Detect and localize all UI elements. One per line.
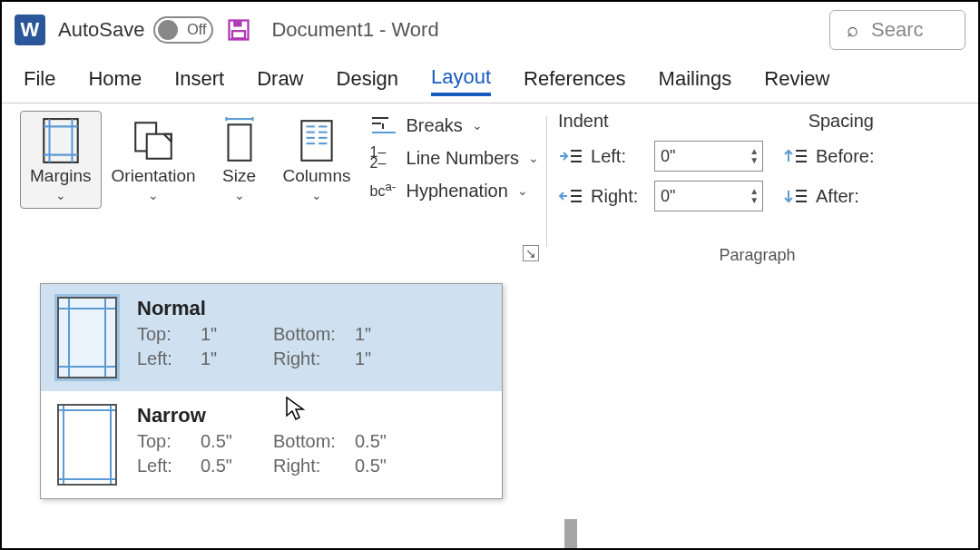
indent-left-label: Left: xyxy=(591,146,645,167)
ribbon-tabs: FileHomeInsertDrawDesignLayoutReferences… xyxy=(2,58,978,103)
toggle-state-text: Off xyxy=(187,22,206,38)
search-box[interactable]: ⌕ Searc xyxy=(829,10,965,50)
top-value: 0.5" xyxy=(201,431,273,452)
auto-save-label: AutoSave xyxy=(58,18,144,42)
spacing-after-label: After: xyxy=(816,186,859,207)
spinner-arrows[interactable]: ▲▼ xyxy=(750,187,759,205)
spacing-before-icon xyxy=(783,147,807,165)
chevron-down-icon: ⌄ xyxy=(311,188,322,202)
bottom-value: 0.5" xyxy=(355,431,409,452)
word-app-icon: W xyxy=(15,15,45,45)
top-label: Top: xyxy=(137,324,201,345)
auto-save-control[interactable]: AutoSave Off xyxy=(58,16,213,44)
top-label: Top: xyxy=(137,431,201,452)
margin-preset-icon xyxy=(57,404,117,486)
left-value: 1" xyxy=(201,349,273,369)
indent-heading: Indent xyxy=(558,111,609,132)
bottom-label: Bottom: xyxy=(273,324,355,345)
columns-button[interactable]: Columns ⌄ xyxy=(273,111,361,209)
breaks-icon xyxy=(370,114,397,136)
chevron-down-icon: ⌄ xyxy=(148,188,159,202)
spacing-before-label: Before: xyxy=(816,146,874,167)
chevron-down-icon: ⌄ xyxy=(472,118,483,133)
indent-right-label: Right: xyxy=(591,186,645,207)
document-page-edge xyxy=(564,519,577,550)
title-bar: W AutoSave Off Document1 - Word ⌕ Searc xyxy=(2,2,978,58)
tab-review[interactable]: Review xyxy=(764,67,829,94)
spacing-heading: Spacing xyxy=(808,111,874,132)
orientation-label: Orientation xyxy=(112,166,196,186)
margin-preset-narrow[interactable]: NarrowTop:0.5"Bottom:0.5"Left:0.5"Right:… xyxy=(41,391,502,498)
right-label: Right: xyxy=(273,456,355,476)
indent-right-value: 0" xyxy=(661,187,675,206)
orientation-button[interactable]: Orientation ⌄ xyxy=(102,111,206,209)
search-placeholder: Searc xyxy=(871,18,923,42)
chevron-down-icon: ⌄ xyxy=(517,183,528,198)
left-label: Left: xyxy=(137,349,201,369)
svg-rect-10 xyxy=(228,124,250,161)
hyphenation-label: Hyphenation xyxy=(407,181,508,201)
right-value: 0.5" xyxy=(355,456,409,476)
margins-icon xyxy=(37,117,84,164)
chevron-down-icon: ⌄ xyxy=(55,188,66,202)
indent-right-icon xyxy=(558,187,582,205)
line-numbers-label: Line Numbers xyxy=(407,148,520,169)
preset-name: Normal xyxy=(137,297,485,320)
hyphenation-button[interactable]: bca- Hyphenation ⌄ xyxy=(370,180,540,201)
page-setup-launcher[interactable]: ↘ xyxy=(523,245,539,261)
page-setup-group: Margins ⌄ Orientation ⌄ Size ⌄ Columns ⌄… xyxy=(13,111,546,267)
margin-preset-text: NormalTop:1"Bottom:1"Left:1"Right:1" xyxy=(137,297,485,378)
bottom-label: Bottom: xyxy=(273,431,355,452)
page-setup-stack: Breaks ⌄ 1–2– Line Numbers ⌄ bca- Hyphen… xyxy=(370,111,540,201)
tab-file[interactable]: File xyxy=(24,67,55,94)
left-label: Left: xyxy=(137,456,201,476)
margins-dropdown: NormalTop:1"Bottom:1"Left:1"Right:1"Narr… xyxy=(40,283,503,499)
tab-mailings[interactable]: Mailings xyxy=(659,67,732,94)
line-numbers-button[interactable]: 1–2– Line Numbers ⌄ xyxy=(370,147,540,169)
paragraph-caption: Paragraph xyxy=(719,246,795,265)
chevron-down-icon: ⌄ xyxy=(234,188,245,202)
spacing-after-icon xyxy=(783,187,807,205)
chevron-down-icon: ⌄ xyxy=(528,151,539,165)
breaks-button[interactable]: Breaks ⌄ xyxy=(370,114,540,136)
columns-label: Columns xyxy=(283,166,351,186)
paragraph-group: Indent Spacing Left: 0" ▲▼ Before: Right… xyxy=(547,111,967,267)
tab-home[interactable]: Home xyxy=(88,67,142,94)
document-title: Document1 - Word xyxy=(271,18,438,42)
save-icon[interactable] xyxy=(226,17,251,43)
size-label: Size xyxy=(222,166,256,186)
tab-layout[interactable]: Layout xyxy=(431,65,491,96)
left-value: 0.5" xyxy=(201,456,273,476)
margin-preset-text: NarrowTop:0.5"Bottom:0.5"Left:0.5"Right:… xyxy=(137,404,485,486)
indent-left-icon xyxy=(558,147,582,165)
tab-draw[interactable]: Draw xyxy=(257,67,303,94)
indent-left-value: 0" xyxy=(661,147,675,166)
indent-left-input[interactable]: 0" ▲▼ xyxy=(654,141,763,172)
preset-name: Narrow xyxy=(137,404,485,427)
margins-label: Margins xyxy=(30,166,92,186)
columns-icon xyxy=(293,117,340,164)
indent-right-input[interactable]: 0" ▲▼ xyxy=(654,181,763,211)
svg-rect-2 xyxy=(232,31,245,38)
right-value: 1" xyxy=(355,349,409,369)
ribbon: Margins ⌄ Orientation ⌄ Size ⌄ Columns ⌄… xyxy=(2,103,978,267)
spinner-arrows[interactable]: ▲▼ xyxy=(750,147,759,165)
margins-button[interactable]: Margins ⌄ xyxy=(20,111,102,209)
line-numbers-icon: 1–2– xyxy=(370,147,397,169)
tab-insert[interactable]: Insert xyxy=(174,67,224,94)
size-icon xyxy=(216,117,263,164)
size-button[interactable]: Size ⌄ xyxy=(206,111,273,209)
svg-rect-14 xyxy=(301,121,331,161)
tab-references[interactable]: References xyxy=(524,67,626,94)
tab-design[interactable]: Design xyxy=(337,67,398,94)
breaks-label: Breaks xyxy=(407,115,463,136)
search-icon: ⌕ xyxy=(847,18,858,42)
hyphenation-icon: bca- xyxy=(370,180,397,201)
margin-preset-normal[interactable]: NormalTop:1"Bottom:1"Left:1"Right:1" xyxy=(41,284,502,391)
right-label: Right: xyxy=(273,349,355,369)
auto-save-toggle[interactable]: Off xyxy=(153,16,213,44)
svg-rect-1 xyxy=(234,21,242,27)
margin-preset-icon xyxy=(57,297,117,378)
top-value: 1" xyxy=(201,324,273,345)
orientation-icon xyxy=(130,117,177,164)
